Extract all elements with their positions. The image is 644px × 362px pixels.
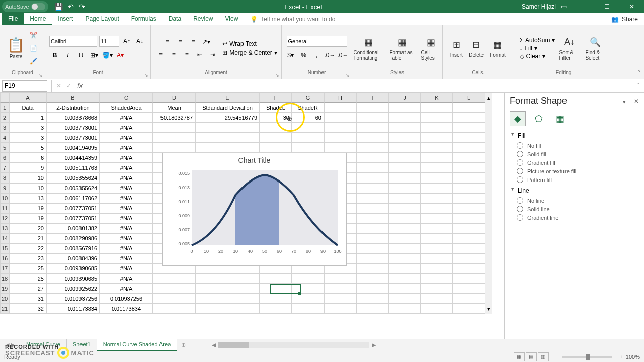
align-center-icon[interactable]: ≡	[168, 49, 179, 60]
cell[interactable]: #N/A	[100, 113, 153, 123]
cell[interactable]: #N/A	[100, 243, 153, 253]
vscroll[interactable]	[485, 183, 492, 193]
cell[interactable]: 1	[9, 113, 46, 123]
tab-home[interactable]: Home	[24, 13, 52, 25]
cell[interactable]: 31	[9, 294, 46, 304]
vscroll[interactable]	[485, 203, 492, 213]
name-box[interactable]	[2, 80, 47, 92]
cell[interactable]	[421, 253, 453, 263]
row-header[interactable]: 3	[0, 123, 9, 133]
fill-option[interactable]: Picture or texture fill	[517, 168, 639, 174]
cell[interactable]: 3	[9, 123, 46, 133]
cell[interactable]: #N/A	[100, 203, 153, 213]
row-header[interactable]: 9	[0, 183, 9, 193]
vscroll-down-icon[interactable]: ▾	[485, 304, 492, 314]
tab-page-layout[interactable]: Page Layout	[79, 13, 125, 25]
dialog-launcher-icon[interactable]: ↘	[346, 73, 350, 78]
cell[interactable]	[388, 243, 421, 253]
cell[interactable]	[195, 284, 260, 294]
hscroll-right-icon[interactable]: ▶	[369, 342, 378, 348]
zoom-slider[interactable]	[562, 356, 612, 358]
vscroll[interactable]	[485, 143, 492, 153]
cell[interactable]: 27	[9, 284, 46, 294]
cell[interactable]	[421, 274, 453, 284]
cell[interactable]	[292, 294, 324, 304]
tab-data[interactable]: Data	[163, 13, 187, 25]
cell[interactable]	[453, 183, 485, 193]
cell[interactable]	[453, 304, 485, 314]
cell[interactable]	[260, 304, 292, 314]
cell[interactable]	[195, 304, 260, 314]
cell[interactable]: #N/A	[100, 213, 153, 223]
cell[interactable]	[292, 123, 324, 133]
tab-view[interactable]: View	[219, 13, 245, 25]
cell[interactable]: ShadeR	[292, 103, 324, 113]
column-header[interactable]: L	[453, 93, 485, 103]
cell[interactable]	[260, 284, 292, 294]
fill-option[interactable]: Gradient fill	[517, 159, 639, 166]
cell[interactable]: ShadeL	[260, 103, 292, 113]
cell[interactable]: 19	[9, 203, 46, 213]
cell[interactable]: #N/A	[100, 193, 153, 203]
row-header[interactable]: 15	[0, 243, 9, 253]
cell[interactable]: Data	[9, 103, 46, 113]
cell[interactable]	[388, 294, 421, 304]
align-middle-icon[interactable]: ≡	[175, 36, 186, 47]
cell[interactable]	[356, 183, 388, 193]
column-header[interactable]: B	[46, 93, 100, 103]
bold-button[interactable]: B	[49, 50, 60, 61]
cell[interactable]: 0.007737051	[46, 203, 100, 213]
cell[interactable]	[356, 163, 388, 173]
column-header[interactable]: H	[324, 93, 356, 103]
vscroll[interactable]	[485, 274, 492, 284]
cell[interactable]	[388, 133, 421, 143]
maximize-button[interactable]: ☐	[597, 0, 617, 13]
cell[interactable]	[421, 153, 453, 163]
fill-line-tab-icon[interactable]: ◆	[510, 111, 526, 126]
cell[interactable]	[388, 233, 421, 243]
cell[interactable]	[388, 193, 421, 203]
cell[interactable]: 60	[292, 113, 324, 123]
vscroll[interactable]	[485, 133, 492, 143]
orientation-icon[interactable]: ↗▾	[201, 36, 212, 47]
row-header[interactable]: 5	[0, 143, 9, 153]
increase-font-icon[interactable]: A↑	[121, 36, 132, 47]
cell[interactable]: 20	[9, 223, 46, 233]
line-option[interactable]: Solid line	[517, 206, 639, 212]
cell[interactable]	[260, 274, 292, 284]
cell[interactable]	[388, 173, 421, 183]
row-header[interactable]: 1	[0, 103, 9, 113]
column-header[interactable]: E	[195, 93, 260, 103]
font-name-select[interactable]	[49, 36, 97, 47]
cell[interactable]: #N/A	[100, 233, 153, 243]
vscroll[interactable]	[485, 233, 492, 243]
column-header[interactable]: A	[9, 93, 46, 103]
cell[interactable]	[195, 294, 260, 304]
format-as-table-button[interactable]: ▦Format as Table	[388, 35, 417, 62]
insert-cells-button[interactable]: ⊞Insert	[448, 37, 465, 59]
cell[interactable]	[324, 143, 356, 153]
percent-format-icon[interactable]: %	[298, 50, 309, 61]
cell[interactable]	[324, 103, 356, 113]
row-header[interactable]: 18	[0, 274, 9, 284]
cell[interactable]: 19	[9, 213, 46, 223]
undo-icon[interactable]: ↶	[68, 3, 74, 11]
decrease-indent-icon[interactable]: ⇤	[194, 49, 205, 60]
cell[interactable]: #N/A	[100, 253, 153, 263]
dialog-launcher-icon[interactable]: ↘	[144, 73, 148, 78]
format-painter-icon[interactable]: 🖌️	[28, 56, 39, 67]
cell[interactable]: 13	[9, 193, 46, 203]
cell[interactable]	[356, 233, 388, 243]
cell[interactable]: 0.009390685	[46, 274, 100, 284]
cell[interactable]: 0.01173834	[46, 304, 100, 314]
cell[interactable]	[453, 263, 485, 274]
cell[interactable]	[421, 263, 453, 274]
zoom-level[interactable]: 100%	[626, 354, 640, 360]
cell[interactable]: 0.006117062	[46, 193, 100, 203]
cell[interactable]: 0.008290986	[46, 233, 100, 243]
cell[interactable]	[388, 123, 421, 133]
close-button[interactable]: ✕	[622, 0, 642, 13]
cell[interactable]	[453, 233, 485, 243]
row-header[interactable]: 2	[0, 113, 9, 123]
row-header[interactable]: 13	[0, 223, 9, 233]
